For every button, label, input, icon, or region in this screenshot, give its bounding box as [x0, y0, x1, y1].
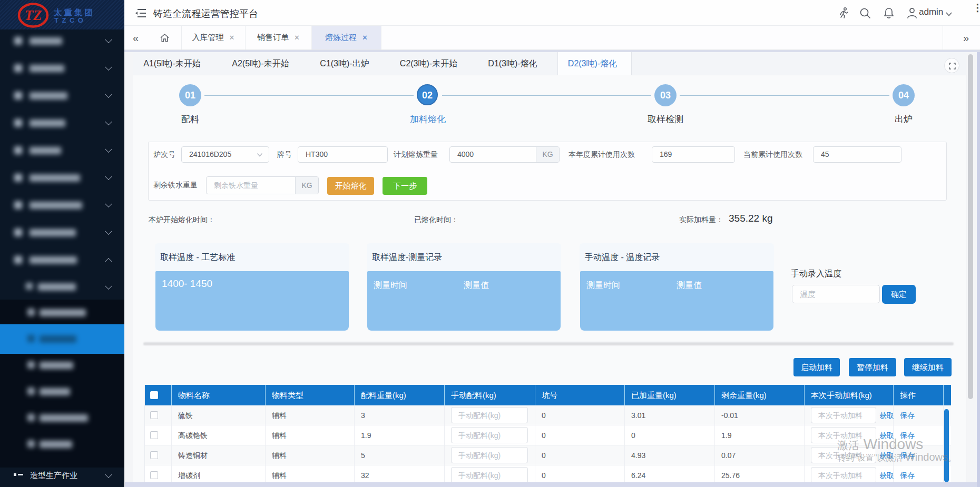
svg-text:TZCO: TZCO: [54, 16, 86, 24]
svg-text:TZ: TZ: [25, 7, 42, 23]
svg-text:太重集团: 太重集团: [53, 8, 95, 17]
